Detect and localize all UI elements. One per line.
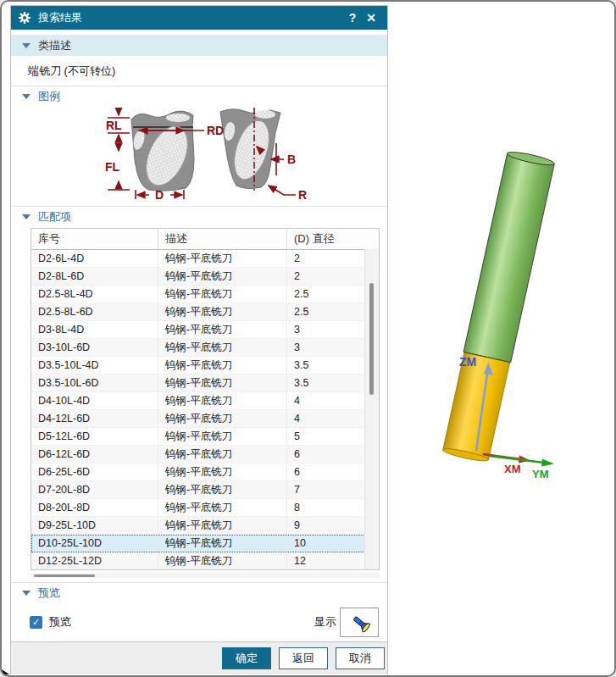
cell-description: 钨钢-平底铣刀 — [158, 303, 287, 320]
flashlight-icon — [347, 610, 371, 634]
gear-icon — [18, 11, 31, 25]
table-header-row: 库号 描述 (D) 直径 — [31, 229, 379, 250]
table-row[interactable]: D8-20L-8D钨钢-平底铣刀8 — [31, 499, 365, 517]
table-row[interactable]: D2-6L-4D钨钢-平底铣刀2 — [31, 250, 365, 268]
cell-library-id: D6-25L-6D — [31, 463, 158, 480]
cell-diameter: 2.5 — [287, 303, 365, 320]
cell-library-id: D2.5-8L-6D — [31, 303, 158, 320]
table-row[interactable]: D10-25L-10D钨钢-平底铣刀10 — [31, 535, 365, 552]
collapse-triangle-icon — [22, 94, 31, 99]
cell-library-id: D7-20L-8D — [31, 481, 158, 498]
cell-diameter: 3.5 — [287, 375, 365, 391]
table-row[interactable]: D2.5-8L-6D钨钢-平底铣刀2.5 — [31, 303, 365, 321]
dialog-footer: 确定 返回 取消 — [11, 641, 387, 674]
tool-model[interactable] — [441, 150, 555, 463]
cell-diameter: 8 — [287, 499, 365, 516]
cell-description: 钨钢-平底铣刀 — [158, 428, 287, 445]
cell-diameter: 3.5 — [287, 357, 365, 374]
cell-description: 钨钢-平底铣刀 — [158, 339, 287, 356]
table-row[interactable]: D6-25L-6D钨钢-平底铣刀6 — [31, 463, 365, 481]
cell-library-id: D6-12L-6D — [31, 446, 158, 463]
help-button[interactable]: ? — [343, 11, 362, 25]
cell-description: 钨钢-平底铣刀 — [158, 357, 287, 374]
matches-table: 库号 描述 (D) 直径 D2-6L-4D钨钢-平底铣刀2D2-8L-6D钨钢-… — [31, 228, 380, 570]
legend-label-rl: RL — [106, 119, 122, 132]
cell-library-id: D9-25L-10D — [31, 517, 158, 534]
cell-library-id: D3.5-10L-6D — [31, 375, 158, 391]
table-row[interactable]: D9-25L-10D钨钢-平底铣刀9 — [31, 517, 365, 535]
table-row[interactable]: D2.5-8L-4D钨钢-平底铣刀2.5 — [31, 286, 365, 303]
cell-description: 钨钢-平底铣刀 — [158, 481, 287, 498]
group-header-matches[interactable]: 匹配项 — [11, 206, 387, 227]
legend-label-rd: RD — [207, 124, 224, 137]
close-button[interactable]: ✕ — [362, 11, 380, 25]
scrollbar-thumb[interactable] — [34, 574, 95, 577]
group-title: 图例 — [38, 89, 60, 104]
table-row[interactable]: D3.5-10L-6D钨钢-平底铣刀3.5 — [31, 375, 365, 392]
display-label: 显示 — [314, 614, 336, 630]
cell-diameter: 6 — [287, 446, 365, 463]
cell-library-id: D3-10L-6D — [31, 339, 158, 356]
table-horizontal-scrollbar[interactable] — [31, 573, 380, 578]
cell-library-id: D3.5-10L-4D — [31, 357, 158, 374]
preview-checkbox[interactable]: ✓ — [30, 616, 42, 629]
table-row[interactable]: D7-20L-8D钨钢-平底铣刀7 — [31, 481, 365, 499]
table-row[interactable]: D2-8L-6D钨钢-平底铣刀2 — [31, 268, 365, 286]
table-body: D2-6L-4D钨钢-平底铣刀2D2-8L-6D钨钢-平底铣刀2D2.5-8L-… — [31, 250, 365, 570]
search-results-dialog: 搜索结果 ? ✕ 类描述 端铣刀 (不可转位) 图例 — [10, 5, 388, 674]
cell-diameter: 3 — [287, 321, 365, 338]
tool-shank — [463, 153, 554, 363]
back-button[interactable]: 返回 — [279, 647, 328, 669]
tool-3d-preview[interactable]: ZM XM YM — [408, 129, 616, 493]
table-row[interactable]: D3.5-10L-4D钨钢-平底铣刀3.5 — [31, 357, 365, 375]
cell-description: 钨钢-平底铣刀 — [158, 535, 287, 552]
cell-description: 钨钢-平底铣刀 — [158, 499, 287, 516]
collapse-triangle-icon — [22, 214, 31, 219]
legend-label-r: R — [298, 188, 307, 202]
table-row[interactable]: D3-10L-6D钨钢-平底铣刀3 — [31, 339, 365, 357]
cancel-button[interactable]: 取消 — [336, 647, 385, 669]
group-title: 匹配项 — [38, 209, 71, 225]
table-row[interactable]: D4-10L-4D钨钢-平底铣刀4 — [31, 392, 365, 410]
legend-label-fl: FL — [105, 160, 120, 174]
cell-description: 钨钢-平底铣刀 — [158, 552, 287, 569]
cell-diameter: 9 — [287, 517, 365, 534]
axis-x-label: XM — [504, 463, 521, 475]
preview-row: ✓ 预览 显示 — [11, 604, 387, 640]
legend-label-d: D — [155, 188, 164, 202]
table-row[interactable]: D12-25L-12D钨钢-平底铣刀12 — [31, 552, 365, 570]
column-header-description[interactable]: 描述 — [158, 229, 287, 249]
axis-y-label: YM — [532, 468, 549, 480]
group-title: 类描述 — [38, 38, 71, 53]
legend-label-b: B — [287, 153, 296, 166]
table-row[interactable]: D5-12L-6D钨钢-平底铣刀5 — [31, 428, 365, 446]
cell-diameter: 2 — [287, 250, 365, 267]
cell-diameter: 4 — [287, 410, 365, 427]
table-vertical-scrollbar[interactable] — [364, 249, 379, 569]
display-button[interactable] — [340, 608, 379, 637]
collapse-triangle-icon — [22, 43, 31, 48]
scrollbar-thumb[interactable] — [369, 283, 374, 395]
table-row[interactable]: D6-12L-6D钨钢-平底铣刀6 — [31, 446, 365, 463]
axis-y-arrow — [489, 456, 544, 463]
dialog-title: 搜索结果 — [38, 10, 343, 25]
cell-description: 钨钢-平底铣刀 — [158, 268, 287, 285]
ok-button[interactable]: 确定 — [222, 647, 271, 669]
group-header-legend[interactable]: 图例 — [11, 86, 387, 107]
group-header-preview[interactable]: 预览 — [11, 582, 387, 603]
collapse-triangle-icon — [22, 591, 31, 596]
cell-diameter: 4 — [287, 392, 365, 409]
group-header-class-description[interactable]: 类描述 — [11, 35, 387, 56]
dialog-titlebar[interactable]: 搜索结果 ? ✕ — [11, 6, 387, 30]
axis-y-arrowhead — [541, 459, 554, 467]
column-header-library-id[interactable]: 库号 — [31, 229, 158, 249]
cell-diameter: 2 — [287, 268, 365, 285]
tool-legend-diagram: RL RD FL D B R — [11, 108, 389, 206]
preview-checkbox-label: 预览 — [49, 614, 314, 630]
cell-library-id: D2-6L-4D — [31, 250, 158, 267]
column-header-diameter[interactable]: (D) 直径 — [287, 229, 365, 249]
table-row[interactable]: D3-8L-4D钨钢-平底铣刀3 — [31, 321, 365, 339]
table-row[interactable]: D4-12L-6D钨钢-平底铣刀4 — [31, 410, 365, 428]
axis-z-label: ZM — [459, 355, 476, 369]
cell-description: 钨钢-平底铣刀 — [158, 392, 287, 409]
